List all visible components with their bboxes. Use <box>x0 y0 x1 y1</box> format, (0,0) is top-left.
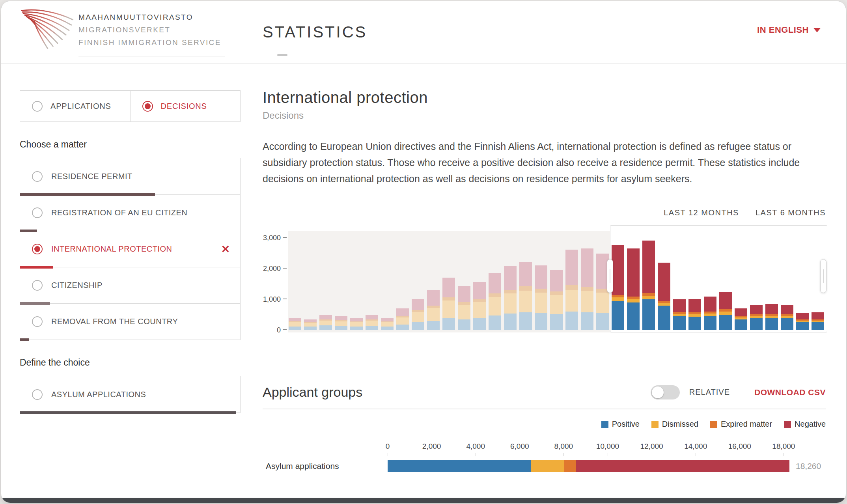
timeline-month-bar <box>812 312 824 330</box>
legend-label: Expired matter <box>721 420 772 429</box>
x-axis-tick <box>563 453 564 456</box>
timeline-month-bar <box>427 290 440 330</box>
timeline-month-bar <box>289 318 301 330</box>
legend-label: Positive <box>612 420 640 429</box>
matter-label: CITIZENSHIP <box>51 281 103 290</box>
tab-applications[interactable]: APPLICATIONS <box>20 91 130 121</box>
radio-residence-permit[interactable] <box>32 171 43 182</box>
timeline-month-bar <box>412 299 424 330</box>
timeline-month-bar <box>719 292 732 330</box>
tab-decisions[interactable]: DECISIONS <box>130 91 241 121</box>
y-axis-tick <box>283 299 287 299</box>
x-axis-tick <box>696 453 696 456</box>
logo-text: MAAHANMUUTTOVIRASTO MIGRATIONSVERKET FIN… <box>78 13 225 56</box>
legend-label: Dismissed <box>662 420 698 429</box>
radio-international-protection[interactable] <box>32 244 43 254</box>
volume-bar <box>20 338 29 341</box>
footer-strip <box>1 498 846 503</box>
brush-handle-right[interactable] <box>820 259 826 293</box>
hbar-segment-dismissed[interactable] <box>531 460 564 472</box>
x-axis-label: 8,000 <box>554 442 573 451</box>
x-axis-tick <box>520 453 520 456</box>
range-buttons: LAST 12 MONTHS LAST 6 MONTHS <box>263 208 826 217</box>
radio-eu-registration[interactable] <box>32 207 43 218</box>
timeline-month-bar <box>673 299 686 330</box>
timeline-month-bar <box>612 245 624 330</box>
matter-label: INTERNATIONAL PROTECTION <box>51 245 172 254</box>
main-content: International protection Decisions Accor… <box>263 89 826 472</box>
timeline-month-bar <box>642 241 655 330</box>
header: MAAHANMUUTTOVIRASTO MIGRATIONSVERKET FIN… <box>1 1 846 63</box>
hbar-segment-expired[interactable] <box>564 460 576 472</box>
matter-item-removal[interactable]: REMOVAL FROM THE COUNTRY <box>20 303 240 340</box>
x-axis-tick <box>740 453 740 456</box>
timeline-month-bar <box>704 297 716 330</box>
last-6-months-button[interactable]: LAST 6 MONTHS <box>756 208 826 217</box>
page-title: STATISTICS <box>263 23 367 41</box>
chevron-down-icon <box>813 28 821 32</box>
wing-logo-icon <box>18 7 75 52</box>
clear-selection-icon[interactable]: ✕ <box>221 243 230 256</box>
matter-list: RESIDENCE PERMIT REGISTRATION OF AN EU C… <box>20 158 241 340</box>
volume-bar <box>20 411 236 414</box>
y-axis-tick <box>283 329 287 330</box>
download-csv-button[interactable]: DOWNLOAD CSV <box>754 388 826 397</box>
timeline-month-bar <box>796 313 809 330</box>
legend-item-negative[interactable]: Negative <box>784 420 826 429</box>
language-selector[interactable]: IN ENGLISH <box>757 25 821 35</box>
timeline-month-bar <box>319 315 332 330</box>
timeline-month-bar <box>627 248 640 330</box>
x-axis-tick <box>476 453 476 456</box>
radio-asylum-applications[interactable] <box>32 389 43 400</box>
timeline-month-bar <box>381 318 394 330</box>
y-axis-label: 3,000 <box>263 234 281 241</box>
y-axis-label: 1,000 <box>263 296 281 303</box>
radio-applications[interactable] <box>32 101 43 112</box>
volume-bar <box>20 193 155 196</box>
timeline-month-bar <box>366 315 378 330</box>
hbar-segment-positive[interactable] <box>388 460 531 472</box>
x-axis-label: 18,000 <box>772 442 795 451</box>
hbar-segment-negative[interactable] <box>576 460 789 472</box>
timeline-plot <box>288 231 826 332</box>
matter-item-asylum-applications[interactable]: ASYLUM APPLICATIONS <box>20 376 240 413</box>
matter-item-eu-registration[interactable]: REGISTRATION OF AN EU CITIZEN <box>20 194 240 231</box>
volume-bar <box>20 302 50 305</box>
logo-line-finnish: MAAHANMUUTTOVIRASTO <box>78 13 225 22</box>
radio-decisions[interactable] <box>142 101 153 112</box>
timeline-y-axis: 01,0002,0003,000 <box>263 231 287 332</box>
relative-label: RELATIVE <box>689 388 730 397</box>
radio-removal[interactable] <box>32 316 43 327</box>
legend-item-dismissed[interactable]: Dismissed <box>651 420 698 429</box>
radio-citizenship[interactable] <box>32 280 43 291</box>
last-12-months-button[interactable]: LAST 12 MONTHS <box>664 208 739 217</box>
timeline-month-bar <box>781 305 793 330</box>
toggle-knob <box>652 386 664 398</box>
timeline-month-bar <box>658 263 670 330</box>
y-axis-tick <box>283 268 287 269</box>
mode-toggle: APPLICATIONS DECISIONS <box>20 90 241 122</box>
hbar-axis: 02,0004,0006,0008,00010,00012,00014,0001… <box>263 442 826 457</box>
hbar-segments <box>388 460 789 472</box>
y-axis-tick <box>283 237 287 238</box>
timeline-month-bar <box>535 265 547 330</box>
legend-item-expired[interactable]: Expired matter <box>710 420 772 429</box>
matter-item-citizenship[interactable]: CITIZENSHIP <box>20 267 240 303</box>
x-axis-label: 6,000 <box>510 442 529 451</box>
scrollbar-thumb[interactable] <box>277 54 287 56</box>
volume-bar <box>20 266 53 269</box>
timeline-month-bar <box>442 278 455 330</box>
matter-item-residence-permit[interactable]: RESIDENCE PERMIT <box>20 158 240 194</box>
y-axis-label: 0 <box>277 327 281 334</box>
row-label: Asylum applications <box>263 461 388 471</box>
content-title: International protection <box>263 89 826 106</box>
x-axis-label: 0 <box>386 442 390 451</box>
legend-item-positive[interactable]: Positive <box>601 420 640 429</box>
applicant-groups-title: Applicant groups <box>263 385 362 400</box>
relative-toggle[interactable] <box>651 385 680 399</box>
matter-item-international-protection[interactable]: INTERNATIONAL PROTECTION ✕ <box>20 231 240 267</box>
choose-matter-label: Choose a matter <box>20 139 241 150</box>
logo-line-swedish: MIGRATIONSVERKET <box>78 26 225 34</box>
brush-handle-left[interactable] <box>607 259 613 293</box>
x-axis-tick <box>432 453 432 456</box>
